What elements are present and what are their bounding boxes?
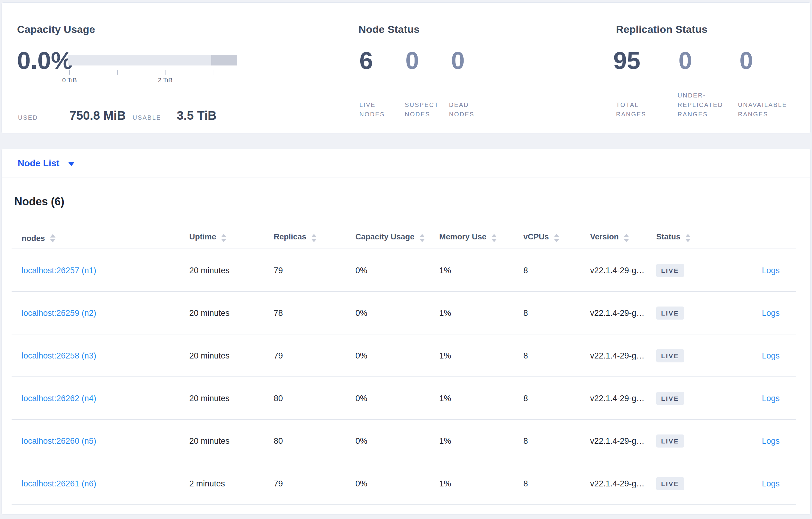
replication-status-title: Replication Status: [616, 24, 707, 35]
axis-tick-label: 2 TiB: [147, 77, 183, 84]
logs-link[interactable]: Logs: [762, 394, 780, 403]
uptime-cell: 20 minutes: [189, 266, 230, 275]
node-list-panel: Node List Nodes (6) nodes Uptime Replica…: [2, 149, 810, 515]
replicas-cell: 80: [274, 394, 283, 403]
column-header-version[interactable]: Version: [590, 232, 629, 244]
column-header-label: Status: [656, 232, 680, 244]
sort-icon[interactable]: [554, 234, 559, 242]
table-header-row: nodes Uptime Replicas Capacity Usage Mem…: [2, 227, 810, 249]
column-header-label: Version: [590, 232, 619, 244]
replicas-cell: 79: [274, 266, 283, 275]
table-row: localhost:26258 (n3) 20 minutes 79 0% 1%…: [2, 334, 810, 377]
vcpus-cell: 8: [523, 309, 528, 318]
capacity-usage-cell: 0%: [355, 351, 367, 361]
column-header-label: Replicas: [274, 232, 306, 244]
uptime-cell: 20 minutes: [189, 436, 230, 446]
memory-use-cell: 1%: [439, 479, 451, 489]
sort-icon[interactable]: [311, 234, 317, 242]
axis-tick-label: 0 TiB: [51, 77, 88, 84]
vcpus-cell: 8: [523, 479, 528, 489]
sort-icon[interactable]: [624, 234, 629, 242]
column-header-label: nodes: [22, 234, 45, 243]
live-nodes-count: 6: [359, 49, 373, 73]
node-link[interactable]: localhost:26260 (n5): [22, 436, 96, 446]
dead-nodes-label: DEAD NODES: [449, 100, 489, 119]
status-cell: LIVE: [656, 392, 684, 405]
status-badge: LIVE: [656, 349, 684, 362]
usable-label: USABLE: [133, 114, 161, 121]
status-badge: LIVE: [656, 264, 684, 277]
under-replicated-ranges-count: 0: [678, 49, 692, 73]
column-header-vcpus[interactable]: vCPUs: [523, 232, 559, 244]
replicas-cell: 79: [274, 351, 283, 361]
node-link[interactable]: localhost:26258 (n3): [22, 351, 96, 361]
vcpus-cell: 8: [523, 351, 528, 361]
suspect-nodes-label: SUSPECT NODES: [405, 100, 451, 119]
capacity-used-percent: 0.0%: [17, 49, 72, 73]
axis-tick: [117, 70, 118, 74]
sort-icon[interactable]: [221, 234, 227, 242]
uptime-cell: 20 minutes: [189, 351, 230, 361]
sort-icon[interactable]: [419, 234, 425, 242]
table-row: localhost:26259 (n2) 20 minutes 78 0% 1%…: [2, 292, 810, 334]
table-row: localhost:26260 (n5) 20 minutes 80 0% 1%…: [2, 420, 810, 462]
memory-use-cell: 1%: [439, 266, 451, 275]
column-header-nodes[interactable]: nodes: [22, 233, 56, 243]
axis-tick: [165, 70, 166, 74]
used-label: USED: [18, 114, 38, 121]
column-header-capacity-usage[interactable]: Capacity Usage: [355, 232, 425, 244]
version-cell: v22.1.4-29-g…: [590, 436, 645, 446]
under-replicated-ranges-label: UNDER-REPLICATED RANGES: [677, 91, 738, 119]
vcpus-cell: 8: [523, 394, 528, 403]
logs-link[interactable]: Logs: [762, 351, 780, 361]
capacity-usage-cell: 0%: [355, 394, 367, 403]
table-row: localhost:26262 (n4) 20 minutes 80 0% 1%…: [2, 377, 810, 420]
column-header-label: Uptime: [189, 232, 216, 244]
table-row: localhost:26261 (n6) 2 minutes 79 0% 1% …: [2, 462, 810, 505]
column-header-label: vCPUs: [523, 232, 549, 244]
cluster-summary-panel: Capacity Usage 0.0% 0 TiB 2 TiB USED 750…: [2, 2, 810, 133]
capacity-usage-cell: 0%: [355, 266, 367, 275]
logs-link[interactable]: Logs: [762, 266, 780, 275]
unavailable-ranges-count: 0: [740, 49, 753, 73]
sort-icon[interactable]: [50, 234, 56, 242]
status-badge: LIVE: [656, 477, 684, 490]
used-value: 750.8 MiB: [69, 109, 126, 122]
column-header-uptime[interactable]: Uptime: [189, 232, 227, 244]
dead-nodes-count: 0: [451, 49, 465, 73]
column-header-status[interactable]: Status: [656, 232, 691, 244]
replicas-cell: 80: [274, 436, 283, 446]
version-cell: v22.1.4-29-g…: [590, 394, 645, 403]
nodes-table-title: Nodes (6): [14, 195, 810, 208]
capacity-usage-cell: 0%: [355, 479, 367, 489]
sort-icon[interactable]: [685, 234, 691, 242]
sort-icon[interactable]: [491, 234, 497, 242]
vcpus-cell: 8: [523, 266, 528, 275]
capacity-bar-dark-segment: [211, 55, 237, 65]
memory-use-cell: 1%: [439, 394, 451, 403]
status-badge: LIVE: [656, 435, 684, 448]
column-header-label: Capacity Usage: [355, 232, 414, 244]
uptime-cell: 20 minutes: [189, 309, 230, 318]
logs-link[interactable]: Logs: [762, 479, 780, 489]
node-link[interactable]: localhost:26257 (n1): [22, 266, 96, 275]
version-cell: v22.1.4-29-g…: [590, 309, 645, 318]
capacity-usage-title: Capacity Usage: [17, 24, 95, 35]
node-link[interactable]: localhost:26261 (n6): [22, 479, 96, 489]
vcpus-cell: 8: [523, 436, 528, 446]
column-header-memory-use[interactable]: Memory Use: [439, 232, 497, 244]
logs-link[interactable]: Logs: [762, 436, 780, 446]
replicas-cell: 79: [274, 479, 283, 489]
uptime-cell: 2 minutes: [189, 479, 225, 489]
logs-link[interactable]: Logs: [762, 309, 780, 318]
node-list-dropdown[interactable]: Node List: [18, 158, 75, 169]
node-link[interactable]: localhost:26262 (n4): [22, 394, 96, 403]
live-nodes-label: LIVE NODES: [359, 100, 396, 119]
suspect-nodes-count: 0: [405, 49, 419, 73]
column-header-replicas[interactable]: Replicas: [274, 232, 317, 244]
status-cell: LIVE: [656, 349, 684, 362]
capacity-usage-cell: 0%: [355, 436, 367, 446]
node-link[interactable]: localhost:26259 (n2): [22, 309, 96, 318]
uptime-cell: 20 minutes: [189, 394, 230, 403]
table-row: localhost:26257 (n1) 20 minutes 79 0% 1%…: [2, 249, 810, 292]
